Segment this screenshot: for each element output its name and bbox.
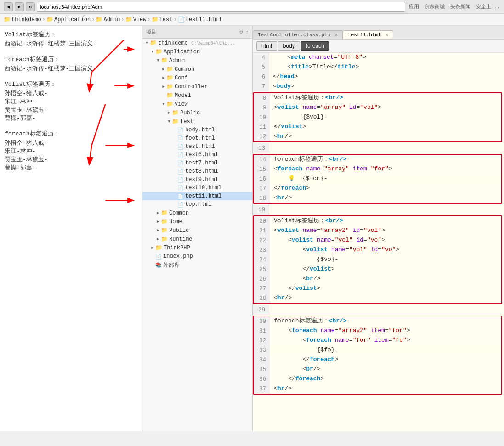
tree-common-app[interactable]: ▶ 📁 Common xyxy=(142,209,252,217)
settings-icon[interactable]: ⚙ ↑ xyxy=(239,29,249,35)
tree-arrow-app: ▼ xyxy=(150,50,155,54)
tree-public-view[interactable]: ▶ 📁 Public xyxy=(142,108,252,117)
line-num-29: 29 xyxy=(253,305,269,315)
line-content-17: </foreach> xyxy=(270,184,310,193)
breadcrumb-application[interactable]: Application xyxy=(54,17,91,23)
tree-index-php[interactable]: 📄 index.php xyxy=(142,252,252,260)
tree-test10-html[interactable]: 📄 test10.html xyxy=(142,184,252,192)
line-num-5: 5 xyxy=(253,62,269,72)
sep3: › xyxy=(121,17,124,23)
line-content-9: <volist name="array" id="vol"> xyxy=(270,103,381,112)
foreach-block-2: 30 foreach标签遍历：<br/> 31 <foreach name="a… xyxy=(253,316,502,395)
tree-home[interactable]: ▶ 📁 Home xyxy=(142,217,252,226)
tree-public-view-label: Public xyxy=(180,110,200,116)
code-line-27: 27 </volist> xyxy=(254,284,501,294)
tag-buttons: html body foreach xyxy=(253,40,504,53)
line-content-30: foreach标签遍历：<br/> xyxy=(270,316,347,326)
line-num-17: 17 xyxy=(254,184,270,193)
tab-testcontroller[interactable]: TestController.class.php ✕ xyxy=(253,30,343,39)
tree-application[interactable]: ▼ 📁 Application xyxy=(142,47,252,56)
tree-runtime[interactable]: ▶ 📁 Runtime xyxy=(142,235,252,243)
breadcrumb-thinkdemo[interactable]: thinkdemo xyxy=(11,17,41,23)
line-num-16: 16 xyxy=(254,174,270,184)
folder-icon-model: 📁 xyxy=(166,92,173,99)
code-line-30: 30 foreach标签遍历：<br/> xyxy=(254,316,501,326)
tree-foot-html[interactable]: 📄 foot.html xyxy=(142,134,252,142)
browser-toolbar: ◀ ▶ ↻ 应用 京东商城 头条新闻 安全上... xyxy=(0,0,504,14)
tree-external-lib[interactable]: 📚 外部库 xyxy=(142,260,252,270)
preview-label-3: Volist标签遍历： xyxy=(5,80,137,88)
tree-controller[interactable]: ▶ 📁 Controller xyxy=(142,82,252,91)
line-num-36: 36 xyxy=(254,374,270,384)
external-lib-icon: 📚 xyxy=(155,262,162,268)
folder-icon-runtime: 📁 xyxy=(161,236,168,243)
tree-thinkphp[interactable]: ▶ 📁 ThinkPHP xyxy=(142,243,252,252)
code-line-16: 16 💡 {$for}- xyxy=(254,174,501,184)
tree-test-html[interactable]: 📄 test.html xyxy=(142,142,252,151)
file-icon-index-php: 📄 xyxy=(155,254,162,260)
code-line-34: 34 </foreach> xyxy=(254,355,501,365)
tree-admin[interactable]: ▼ 📁 Admin xyxy=(142,56,252,65)
code-line-28: 28 <hr/> xyxy=(254,294,501,303)
tree-test11-html-label: test11.html xyxy=(185,193,221,199)
code-line-21: 21 <volist name="array2" id="vol"> xyxy=(254,226,501,236)
line-num-26: 26 xyxy=(254,274,270,284)
folder-icon: 📁 xyxy=(150,40,157,46)
code-line-22: 22 <volist name="vol" id="vo"> xyxy=(254,236,501,245)
file-icon-test9: 📄 xyxy=(177,177,184,183)
line-num-19: 19 xyxy=(253,205,269,215)
line-content-31: <foreach name="array2" item="for"> xyxy=(270,326,410,335)
breadcrumb-test[interactable]: Test xyxy=(159,17,173,23)
address-bar[interactable] xyxy=(37,2,405,12)
tree-index-php-label: index.php xyxy=(163,253,193,260)
tree-conf[interactable]: ▶ 📁 Conf xyxy=(142,73,252,82)
tree-test9-html[interactable]: 📄 test9.html xyxy=(142,175,252,184)
code-line-32: 32 <foreach name="for" item="fo"> xyxy=(254,336,501,345)
html-tag-button[interactable]: html xyxy=(256,41,277,51)
reload-button[interactable]: ↻ xyxy=(26,2,35,11)
breadcrumb-file[interactable]: test11.html xyxy=(186,17,222,23)
tree-test11-html[interactable]: 📄 test11.html xyxy=(142,192,252,200)
breadcrumb-view[interactable]: View xyxy=(133,17,147,23)
tree-common-admin[interactable]: ▶ 📁 Common xyxy=(142,65,252,73)
breadcrumb-admin[interactable]: Admin xyxy=(103,17,120,23)
tab-test11html[interactable]: test11.html ✕ xyxy=(343,30,393,39)
breadcrumb-folder-icon3: 📁 xyxy=(96,16,102,23)
tree-test7-html[interactable]: 📄 test7.html xyxy=(142,159,252,167)
line-content-16: 💡 {$for}- xyxy=(270,174,327,183)
tree-arrow: ▼ xyxy=(144,41,150,45)
line-content-4: <meta charset="UTF-8"> xyxy=(269,53,366,62)
code-line-8: 8 Volist标签遍历：<br/> xyxy=(254,93,501,103)
folder-icon-conf: 📁 xyxy=(166,74,173,81)
line-content-22: <volist name="vol" id="vo"> xyxy=(270,236,385,245)
line-content-11: </volist> xyxy=(270,122,306,131)
close-tab-testcontroller[interactable]: ✕ xyxy=(335,33,338,38)
close-tab-test11html[interactable]: ✕ xyxy=(385,33,388,38)
tree-root[interactable]: ▼ 📁 thinkdemo C:\wamp64\thi... xyxy=(142,39,252,47)
tree-home-label: Home xyxy=(169,219,182,225)
line-num-18: 18 xyxy=(254,193,270,203)
tree-arrow-public-app: ▶ xyxy=(155,228,161,233)
tree-body-html[interactable]: 📄 body.html xyxy=(142,126,252,134)
folder-icon-test: 📁 xyxy=(172,118,179,125)
code-line-11: 11 </volist> xyxy=(254,122,501,132)
tree-test[interactable]: ▼ 📁 Test xyxy=(142,117,252,126)
breadcrumb-folder-icon5: 📁 xyxy=(152,16,159,23)
line-num-22: 22 xyxy=(254,236,270,245)
line-num-8: 8 xyxy=(254,93,270,103)
tree-public-app[interactable]: ▶ 📁 Public xyxy=(142,226,252,235)
tree-model[interactable]: 📁 Model xyxy=(142,91,252,100)
line-content-8: Volist标签遍历：<br/> xyxy=(270,93,343,102)
code-line-10: 10 {$vol}- xyxy=(254,113,501,122)
tree-top-html[interactable]: 📄 top.html xyxy=(142,200,252,209)
back-button[interactable]: ◀ xyxy=(4,2,13,11)
tree-arrow-thinkphp: ▶ xyxy=(150,245,155,250)
foreach-tag-button[interactable]: foreach xyxy=(301,41,329,51)
tree-test6-html[interactable]: 📄 test6.html xyxy=(142,151,252,159)
tree-test8-html[interactable]: 📄 test8.html xyxy=(142,167,252,175)
body-tag-button[interactable]: body xyxy=(278,41,300,51)
sep5: › xyxy=(173,17,176,23)
line-num-11: 11 xyxy=(254,122,270,132)
forward-button[interactable]: ▶ xyxy=(15,2,24,11)
tree-view[interactable]: ▼ 📁 View xyxy=(142,100,252,108)
